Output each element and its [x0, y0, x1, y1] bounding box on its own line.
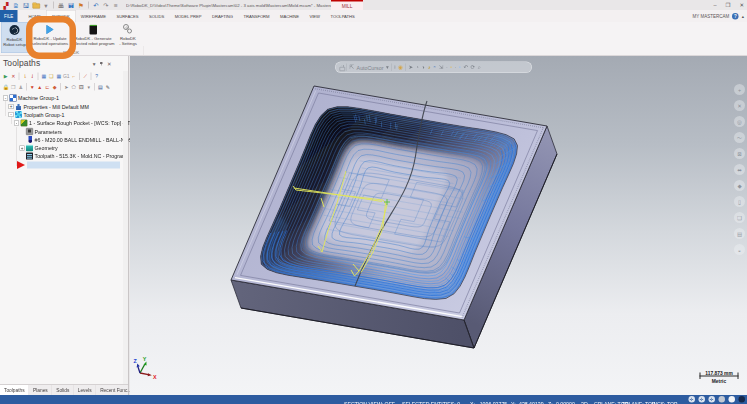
ribbon-button-generate-program[interactable]: RoboDK - Generateselected robot program	[72, 22, 114, 53]
tab-file[interactable]: FILE	[0, 10, 17, 22]
note[interactable]: ▯	[734, 196, 745, 207]
shade[interactable]: ◆	[734, 180, 745, 191]
tab-home[interactable]: HOME	[23, 10, 46, 22]
dropdown[interactable]: ▾	[85, 82, 93, 91]
list[interactable]: ▤	[734, 228, 745, 239]
verify[interactable]: ❏	[48, 72, 56, 81]
my-mastercam-label[interactable]: MY MASTERCAM	[693, 14, 730, 19]
swatch-icon[interactable]: ▪	[450, 65, 452, 71]
tab-robodk[interactable]: ROBODK	[46, 10, 75, 22]
sphere[interactable]: ◒	[734, 244, 745, 255]
sep[interactable]	[405, 64, 406, 72]
tree-item[interactable]: #6 - M20.00 BALL ENDMILL - BALL-NOS	[0, 135, 128, 143]
tab-toolpaths[interactable]: TOOLPATHS	[325, 10, 360, 22]
sep[interactable]	[79, 73, 80, 81]
edit-red[interactable]: ⟋	[82, 72, 90, 81]
pin-icon[interactable]	[99, 62, 103, 66]
tab-levels[interactable]: Levels	[74, 385, 96, 395]
spline[interactable]: 〜	[734, 132, 745, 143]
ribbon-button-robot-setup[interactable]: RoboDKRobot setup	[1, 22, 28, 53]
zoom-in[interactable]: +	[734, 84, 745, 95]
tab-model-prep[interactable]: MODEL PREP	[169, 10, 206, 22]
move-up[interactable]: ▲	[36, 82, 44, 91]
minimize[interactable]: –	[713, 2, 716, 8]
new-file[interactable]: 🗎	[12, 1, 20, 9]
close-icon[interactable]: ✕	[107, 61, 112, 67]
section[interactable]: ⊠	[734, 148, 745, 159]
circle3-icon[interactable]: ◕	[427, 65, 430, 71]
sep[interactable]	[91, 73, 92, 81]
tree-item[interactable]: - 1 - Surface Rough Pocket - [WCS: Top] …	[0, 119, 128, 127]
display-options[interactable]: 🖼	[78, 82, 86, 91]
tab-solids[interactable]: SOLIDS	[144, 10, 170, 22]
tab-toolpaths[interactable]: Toolpaths	[0, 385, 29, 395]
undo-arrow-icon[interactable]: ↶	[464, 65, 469, 71]
move-insert[interactable]: ◆	[51, 82, 59, 91]
layers[interactable]: ❏	[734, 212, 745, 223]
flag[interactable]: ⚑	[77, 1, 85, 9]
tab-drafting[interactable]: DRAFTING	[207, 10, 239, 22]
help[interactable]: ?	[93, 72, 101, 81]
select-all-operations[interactable]: ▶	[2, 72, 10, 81]
cursor-x-icon[interactable]: ⇲	[439, 65, 444, 71]
select-cursor[interactable]: ➤	[63, 82, 71, 91]
sep[interactable]	[19, 73, 20, 81]
backplot[interactable]: ▦	[40, 72, 48, 81]
tab-planes[interactable]: Planes	[29, 385, 52, 395]
tab-solids[interactable]: Solids	[52, 385, 74, 395]
sphere-white-icon[interactable]	[729, 396, 736, 403]
undo[interactable]: ↶	[92, 1, 100, 9]
insert-arrow-icon[interactable]	[17, 161, 25, 169]
insert-arrow[interactable]: ⊏	[44, 82, 52, 91]
cut-plane[interactable]: ✕	[734, 100, 745, 111]
circle2-icon[interactable]: ◑	[421, 65, 424, 71]
report[interactable]: ▤	[97, 82, 105, 91]
tree-item[interactable]: - Machine Group-1	[0, 94, 128, 102]
print[interactable]: 🖶	[57, 1, 65, 9]
gnomon-wcs-icon[interactable]: ✛	[709, 396, 716, 403]
mastercam-logo[interactable]: ▞	[2, 1, 10, 9]
lock[interactable]: 🔒	[2, 82, 10, 91]
tab-machine[interactable]: MACHINE	[275, 10, 304, 22]
more[interactable]: ≡	[112, 1, 120, 9]
tree-item[interactable]: - Toolpath Group-1	[0, 111, 128, 119]
chevron-down-icon[interactable]: ▾	[386, 65, 389, 71]
toolpath-track[interactable]: ⌐	[70, 72, 78, 81]
tree-item[interactable]: + Properties - Mill Default MM	[0, 102, 128, 110]
tree-item[interactable]: Toolpath - 515.3K - Mold.NC - Program	[0, 152, 128, 160]
redo-arrow-icon[interactable]: ⟳	[471, 65, 476, 71]
gnomon-tplane-icon[interactable]: ✛	[699, 396, 706, 403]
ghost[interactable]: ❐	[10, 82, 18, 91]
collapse-ribbon-icon[interactable]: ▴	[742, 14, 744, 19]
ribbon-button-settings[interactable]: RoboDK- Settings	[114, 22, 142, 53]
help-icon[interactable]: ?	[732, 13, 739, 20]
circle-center[interactable]: ◎	[734, 116, 745, 127]
sep[interactable]	[53, 2, 54, 9]
dropdown[interactable]: ▾	[42, 1, 50, 9]
sep[interactable]	[60, 83, 61, 91]
g1-post[interactable]: G1	[63, 72, 71, 81]
save[interactable]: 🖫	[22, 1, 30, 9]
cursor-n-icon[interactable]: ⇱	[350, 65, 355, 71]
circle1-icon[interactable]: ◔	[416, 65, 419, 71]
sphere-light-icon[interactable]	[719, 396, 726, 403]
zoom-icon[interactable]: ⌕	[478, 65, 481, 71]
ribbon-button-update-operations[interactable]: RoboDK - Updateselected operations	[28, 22, 72, 53]
sep[interactable]	[88, 2, 89, 9]
autocursor-label[interactable]: AutoCursor	[357, 64, 384, 70]
cursor-icon[interactable]: ➤	[408, 65, 413, 71]
dropdown[interactable]: ·	[455, 65, 457, 71]
regen-dirty[interactable]: ⇃	[29, 72, 37, 81]
gnomon-cplane-icon[interactable]: ✛	[689, 396, 696, 403]
sphere-dark-icon[interactable]	[739, 396, 746, 403]
sep[interactable]	[26, 83, 27, 91]
close[interactable]: ✕	[739, 2, 744, 8]
fit-h[interactable]: ⬌	[734, 164, 745, 175]
active-swatch-icon[interactable]: ▪	[459, 65, 461, 71]
redo[interactable]: ↷	[102, 1, 110, 9]
snap-settings-icon[interactable]: ◉	[398, 65, 403, 71]
unselect-all-operations[interactable]: ✕	[10, 72, 18, 81]
graphics-viewport[interactable]: X Y Z ⇱ AutoCursor ▾ ⍿◉➤◔◑◕◓⇲·▪·▪↶⟳⌕ +✕◎…	[130, 56, 747, 395]
dropdown[interactable]: ·	[446, 65, 448, 71]
ruler-icon[interactable]: ⍿	[394, 65, 395, 71]
